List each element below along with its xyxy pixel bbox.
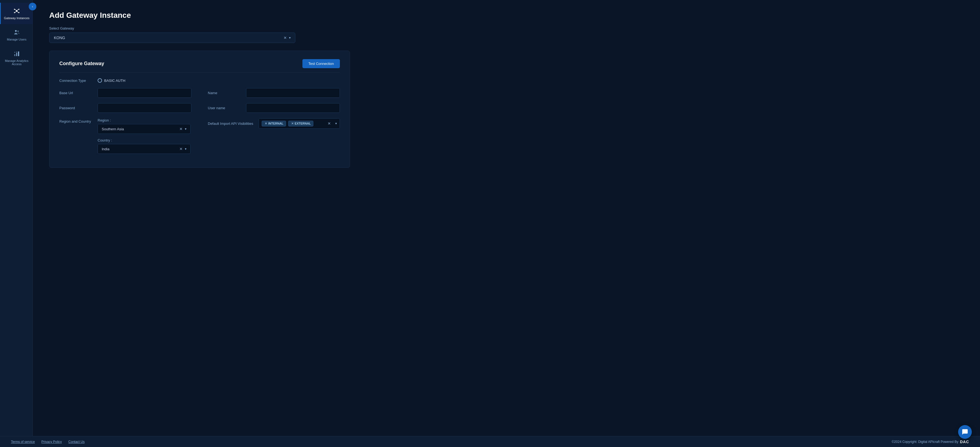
right-column: Name User name Default Import API Visibi… [208,88,340,159]
country-select[interactable]: India ✕ ▾ [98,144,191,154]
svg-line-5 [15,9,16,10]
sidebar: ‹ Gateway Instances [0,0,33,436]
svg-point-4 [18,12,19,13]
main-content: Add Gateway Instance Select Gateway KONG… [33,0,980,436]
terms-link[interactable]: Terms of service [11,440,35,444]
tag-external-close[interactable]: ✕ [291,122,294,125]
region-clear[interactable]: ✕ [180,127,183,131]
svg-point-9 [15,30,17,32]
tag-external: ✕ EXTERNAL [288,121,313,126]
gateway-instances-icon [13,7,21,15]
sidebar-item-manage-analytics[interactable]: Manage Analytics Access [0,45,33,70]
region-select[interactable]: Southern Asia ✕ ▾ [98,124,191,134]
svg-line-7 [15,11,16,13]
region-value: Southern Asia [102,127,180,131]
configure-gateway-header: Configure Gateway Test Connection [59,59,340,73]
contact-link[interactable]: Contact Us [68,440,84,444]
sidebar-item-manage-users[interactable]: Manage Users [0,24,33,45]
tag-external-label: EXTERNAL [295,122,311,125]
region-group: Region : Southern Asia ✕ ▾ [98,118,191,134]
name-label: Name [208,91,240,95]
country-clear[interactable]: ✕ [180,147,183,151]
country-arrow-icon: ▾ [185,147,186,151]
country-value: India [102,147,180,151]
password-input[interactable] [98,103,191,113]
base-url-row: Base Url [59,88,191,98]
tag-internal-close[interactable]: ✕ [265,122,267,125]
footer-copyright: ©2024 Copyright: Digital APIcraft Powere… [892,440,958,444]
connection-type-label: Connection Type [59,78,92,83]
svg-point-2 [18,9,19,10]
region-country-label: Region and Country [59,118,92,123]
svg-line-6 [17,9,18,10]
basic-auth-label: BASIC AUTH [104,78,125,83]
country-group: Country : India ✕ ▾ [98,138,191,154]
svg-line-8 [17,11,18,13]
configure-gateway-title: Configure Gateway [59,61,104,67]
tags-container[interactable]: ✕ INTERNAL ✕ EXTERNAL ✕ ▾ [259,118,340,129]
footer-links: Terms of service Privacy Policy Contact … [11,440,84,444]
manage-analytics-icon [13,50,21,57]
select-gateway-arrow-icon: ▾ [289,36,291,40]
region-arrow-icon: ▾ [185,127,186,131]
privacy-link[interactable]: Privacy Policy [41,440,62,444]
select-gateway-clear[interactable]: ✕ [283,35,287,40]
svg-point-3 [14,12,15,13]
chat-bubble[interactable] [958,425,972,439]
svg-point-14 [14,52,15,53]
svg-point-10 [18,31,19,32]
tags-arrow-icon: ▾ [335,121,337,125]
footer-brand: ©2024 Copyright: Digital APIcraft Powere… [892,440,969,444]
basic-auth-option[interactable]: BASIC AUTH [98,78,125,83]
form-grid: Base Url Password Region and Country [59,88,340,159]
region-sub-label: Region : [98,118,191,122]
footer: Terms of service Privacy Policy Contact … [0,436,980,447]
svg-rect-13 [18,51,19,56]
select-gateway-dropdown[interactable]: KONG ✕ ▾ [49,33,295,43]
sidebar-item-gateway-instances[interactable]: Gateway Instances [0,3,33,24]
username-label: User name [208,106,240,110]
select-gateway-section: Select Gateway KONG ✕ ▾ [49,26,966,43]
name-row: Name [208,88,340,98]
configure-gateway-panel: Configure Gateway Test Connection Connec… [49,51,350,168]
base-url-input[interactable] [98,88,191,98]
sidebar-item-label-users: Manage Users [7,38,27,41]
default-import-api-label: Default Import API Visibilities [208,121,253,126]
svg-point-15 [16,51,17,53]
page-title: Add Gateway Instance [49,11,966,20]
svg-point-1 [14,9,15,10]
name-input[interactable] [246,88,340,98]
tags-clear[interactable]: ✕ [328,121,331,126]
country-sub-label: Country : [98,138,191,142]
sidebar-toggle[interactable]: ‹ [29,3,37,10]
select-gateway-label: Select Gateway [49,26,966,30]
sidebar-item-label-analytics: Manage Analytics Access [3,59,30,66]
chat-icon [962,429,968,435]
password-row: Password [59,103,191,113]
left-column: Base Url Password Region and Country [59,88,191,159]
svg-rect-12 [16,53,17,56]
password-label: Password [59,106,92,110]
tag-internal: ✕ INTERNAL [262,121,286,126]
basic-auth-radio[interactable] [98,78,102,83]
tag-internal-label: INTERNAL [268,122,283,125]
region-country-row: Region and Country Region : Southern Asi… [59,118,191,154]
test-connection-button[interactable]: Test Connection [302,59,340,68]
username-row: User name [208,103,340,113]
selected-gateway-value: KONG [54,35,65,40]
connection-type-row: Connection Type BASIC AUTH [59,78,340,83]
dac-logo: DAC [960,440,969,444]
region-fields: Region : Southern Asia ✕ ▾ Country : [98,118,191,154]
username-input[interactable] [246,103,340,113]
default-import-api-row: Default Import API Visibilities ✕ INTERN… [208,118,340,129]
svg-rect-11 [14,54,15,56]
manage-users-icon [13,29,21,36]
sidebar-item-label-gateway: Gateway Instances [4,16,30,20]
base-url-label: Base Url [59,91,92,95]
